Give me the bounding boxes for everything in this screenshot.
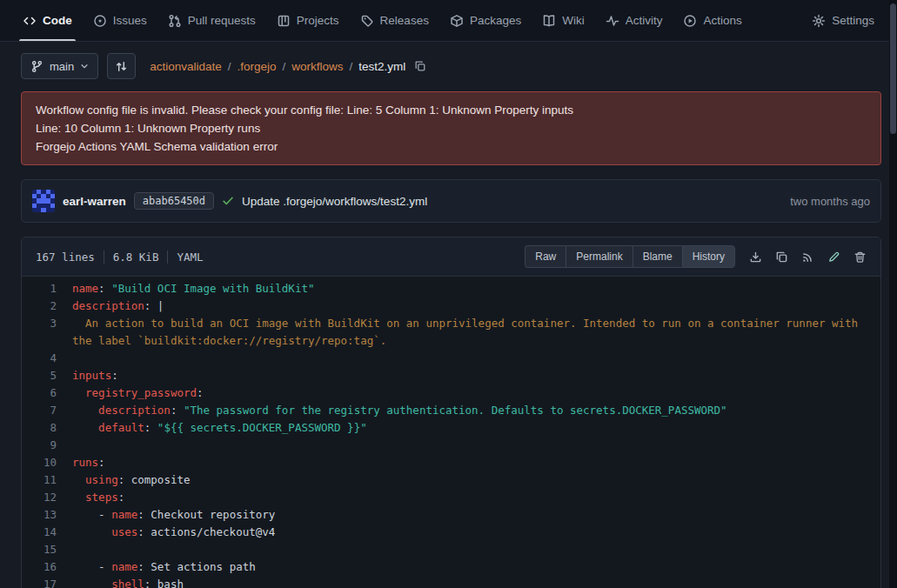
tab-issues[interactable]: Issues [84, 0, 156, 41]
line-number[interactable]: 14 [22, 524, 72, 541]
code-line: 10runs: [22, 454, 880, 471]
commit-message[interactable]: Update .forgejo/workflows/test2.yml [242, 195, 427, 208]
code-line-content: runs: [72, 454, 880, 471]
compare-branches-button[interactable] [107, 53, 136, 79]
play-circle-icon [683, 14, 697, 28]
tab-code[interactable]: Code [14, 0, 81, 41]
breadcrumb-separator: / [283, 60, 286, 73]
copy-icon [775, 251, 788, 264]
tab-label: Projects [297, 14, 339, 27]
file-header: 167 lines 6.8 KiB YAML Raw Permalink Bla… [22, 237, 880, 277]
code-line: 17 shell: bash [22, 576, 880, 588]
file-action-icons [749, 251, 872, 264]
code-line-content: An action to build an OCI image with Bui… [72, 315, 880, 350]
error-line: Forgejo Actions YAML Schema validation e… [36, 137, 867, 156]
line-number[interactable]: 13 [22, 506, 72, 524]
tab-label: Wiki [562, 14, 585, 27]
code-line-content: registry_password: [72, 384, 880, 402]
history-button[interactable]: History [682, 245, 735, 268]
tab-wiki[interactable]: Wiki [533, 0, 593, 41]
breadcrumb-current-file: test2.yml [358, 60, 405, 73]
line-number[interactable]: 10 [22, 454, 72, 471]
download-button[interactable] [749, 251, 762, 264]
breadcrumb-dir-link[interactable]: .forgejo [238, 60, 277, 73]
code-line-content: name: "Build OCI Image with BuildKit" [72, 280, 880, 297]
pull-request-icon [168, 14, 182, 28]
error-line: Workflow config file is invalid. Please … [36, 101, 867, 119]
issue-icon [93, 14, 107, 28]
compare-icon [115, 60, 128, 73]
package-icon [450, 14, 464, 28]
line-number[interactable]: 5 [22, 367, 72, 384]
repo-nav: Code Issues Pull requests Projects Relea… [0, 0, 897, 42]
line-number[interactable]: 8 [22, 419, 72, 437]
code-line: 13 - name: Checkout repository [22, 506, 880, 524]
code-line: 8 default: "${{ secrets.DOCKER_PASSWORD … [22, 419, 880, 437]
code-line: 12 steps: [22, 489, 880, 506]
tab-label: Actions [703, 14, 741, 27]
code-line: 2description: | [22, 297, 880, 315]
line-number[interactable]: 4 [22, 350, 72, 367]
chevron-down-icon [80, 62, 89, 70]
code-line: 7 description: "The password for the reg… [22, 402, 880, 419]
page-scrollbar[interactable] [889, 0, 897, 588]
tab-pull-requests[interactable]: Pull requests [159, 0, 264, 41]
line-number[interactable]: 15 [22, 541, 72, 558]
tab-actions[interactable]: Actions [674, 0, 750, 41]
raw-button[interactable]: Raw [525, 245, 566, 268]
code-line: 11 using: composite [22, 471, 880, 489]
line-number[interactable]: 12 [22, 489, 72, 506]
projects-icon [277, 14, 291, 28]
line-number[interactable]: 11 [22, 471, 72, 489]
tab-activity[interactable]: Activity [597, 0, 672, 41]
file-size: 6.8 KiB [113, 251, 159, 264]
code-line: 16 - name: Set actions path [22, 558, 880, 576]
rss-feed-button[interactable] [801, 251, 814, 264]
blame-button[interactable]: Blame [633, 245, 682, 268]
file-view: 167 lines 6.8 KiB YAML Raw Permalink Bla… [21, 237, 881, 588]
line-number[interactable]: 9 [22, 437, 72, 454]
line-number[interactable]: 2 [22, 297, 72, 315]
copy-content-button[interactable] [775, 251, 788, 264]
permalink-button[interactable]: Permalink [566, 245, 632, 268]
divider [167, 251, 168, 264]
code-line: 9 [22, 437, 880, 454]
tab-projects[interactable]: Projects [268, 0, 348, 41]
code-line-content [72, 350, 880, 367]
delete-file-button[interactable] [853, 251, 867, 264]
breadcrumb-dir-link[interactable]: workflows [291, 60, 343, 73]
line-number[interactable]: 6 [22, 384, 72, 402]
code-line-content [72, 541, 880, 558]
tab-settings[interactable]: Settings [803, 0, 883, 41]
line-number[interactable]: 17 [22, 576, 72, 588]
code-line: 14 uses: actions/checkout@v4 [22, 524, 880, 541]
file-line-count: 167 lines [36, 251, 95, 264]
line-number[interactable]: 16 [22, 558, 72, 576]
code-line-content: description: "The password for the regis… [72, 402, 880, 419]
edit-file-button[interactable] [827, 251, 840, 264]
breadcrumb-separator: / [228, 60, 231, 73]
gear-icon [812, 14, 826, 28]
code-line-content: steps: [72, 489, 880, 506]
tab-releases[interactable]: Releases [351, 0, 438, 41]
pencil-icon [827, 251, 840, 264]
commit-status-success-icon[interactable] [222, 195, 234, 207]
commit-author[interactable]: earl-warren [63, 195, 126, 208]
line-number[interactable]: 7 [22, 402, 72, 419]
avatar[interactable] [32, 190, 55, 212]
branch-selector[interactable]: main [21, 53, 98, 79]
code-line: 3 An action to build an OCI image with B… [22, 315, 880, 350]
line-number[interactable]: 3 [22, 315, 72, 350]
commit-hash-badge[interactable]: abab65450d [134, 192, 214, 210]
breadcrumb-repo-link[interactable]: actionvalidate [150, 60, 222, 73]
file-stats: 167 lines 6.8 KiB YAML [30, 251, 204, 264]
branch-icon [30, 60, 44, 73]
code-line: 1name: "Build OCI Image with BuildKit" [22, 280, 880, 297]
line-number[interactable]: 1 [22, 280, 72, 297]
scrollbar-thumb[interactable] [890, 3, 896, 134]
code-line-content: using: composite [72, 471, 880, 489]
tab-packages[interactable]: Packages [441, 0, 530, 41]
copy-path-button[interactable] [414, 60, 426, 72]
code-view: 1name: "Build OCI Image with BuildKit"2d… [22, 277, 880, 588]
tab-label: Packages [470, 14, 521, 27]
